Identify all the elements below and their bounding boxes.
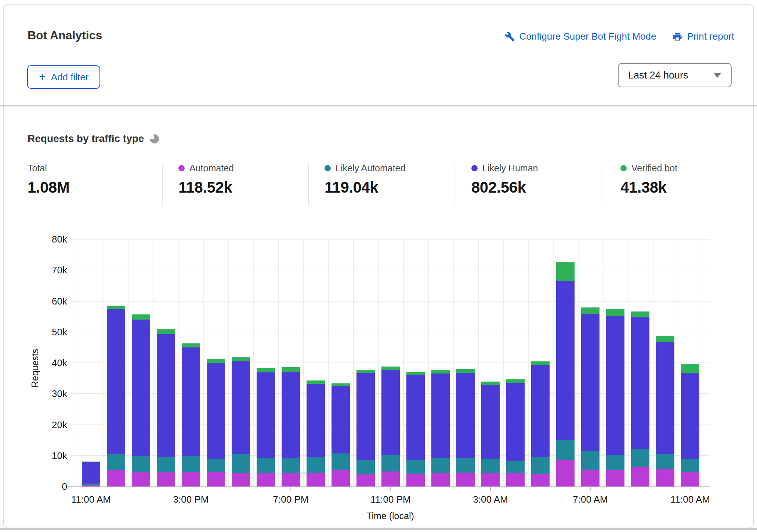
segment-verified-bot: [581, 307, 600, 314]
plus-icon: +: [39, 71, 46, 83]
v-gridline: [328, 239, 329, 487]
bar-4-00-pm[interactable]: [207, 359, 225, 487]
bar-11-00-am[interactable]: [82, 462, 100, 487]
y-tick-label: 60k: [30, 295, 67, 307]
bar-8-00-am[interactable]: [606, 309, 624, 487]
segment-likely-human: [182, 347, 200, 456]
stat-total[interactable]: Total1.08M: [28, 163, 69, 207]
y-tick-label: 80k: [30, 234, 67, 245]
v-gridline: [453, 239, 454, 487]
bar-1-00-pm[interactable]: [132, 314, 150, 487]
v-gridline: [303, 239, 304, 487]
y-tick-label: 30k: [30, 388, 67, 400]
bar-2-00-pm[interactable]: [157, 329, 175, 487]
v-gridline: [178, 239, 179, 487]
segment-likely-human: [307, 384, 325, 457]
x-tick-label: 3:00 PM: [151, 494, 231, 505]
segment-likely-human: [481, 385, 500, 459]
stat-likely-automated[interactable]: Likely Automated119.04k: [325, 163, 405, 207]
bar-10-00-pm[interactable]: [356, 370, 375, 487]
x-tick-mark: [191, 487, 191, 491]
stat-label: Likely Automated: [325, 163, 405, 174]
segment-verified-bot: [132, 314, 150, 320]
v-gridline: [428, 239, 429, 487]
stat-value: 1.08M: [28, 179, 69, 196]
x-tick-mark: [390, 487, 391, 491]
v-gridline: [603, 239, 604, 487]
segment-likely-automated: [656, 454, 674, 469]
v-gridline: [703, 239, 703, 487]
bar-9-00-pm[interactable]: [332, 383, 350, 487]
print-report-link[interactable]: Print report: [672, 31, 734, 42]
v-gridline: [653, 239, 653, 487]
configure-super-bot-fight-mode-link[interactable]: Configure Super Bot Fight Mode: [505, 31, 656, 42]
segment-likely-automated: [282, 458, 300, 473]
segment-automated: [182, 472, 200, 487]
segment-automated: [257, 473, 275, 487]
bar-9-00-am[interactable]: [631, 311, 649, 487]
bar-8-00-pm[interactable]: [307, 380, 325, 487]
h-gridline: [71, 301, 710, 302]
stat-verified-bot[interactable]: Verified bot41.38k: [620, 163, 677, 207]
segment-automated: [207, 472, 225, 487]
bar-3-00-am[interactable]: [481, 382, 500, 487]
stat-likely-human[interactable]: Likely Human802.56k: [471, 163, 538, 207]
bar-12-00-am[interactable]: [406, 372, 425, 487]
bar-6-00-am[interactable]: [556, 262, 575, 487]
bar-1-00-am[interactable]: [431, 370, 450, 487]
v-gridline: [628, 239, 629, 487]
segment-likely-human: [381, 370, 400, 455]
bar-4-00-am[interactable]: [506, 379, 525, 487]
segment-likely-automated: [356, 460, 375, 474]
h-gridline: [71, 270, 710, 270]
bar-11-00-pm[interactable]: [381, 367, 400, 487]
segment-likely-human: [282, 372, 300, 458]
v-gridline: [503, 239, 504, 487]
bar-5-00-pm[interactable]: [232, 357, 250, 487]
bar-11-00-am[interactable]: [681, 364, 699, 487]
segment-automated: [556, 460, 575, 487]
x-tick-mark: [490, 487, 491, 491]
bar-6-00-pm[interactable]: [257, 368, 275, 487]
wrench-icon: [505, 32, 515, 42]
segment-likely-human: [556, 281, 575, 440]
segment-automated: [581, 470, 600, 487]
v-gridline: [403, 239, 404, 487]
pie-chart-icon: [150, 134, 159, 143]
segment-verified-bot: [82, 462, 100, 463]
bar-7-00-am[interactable]: [581, 307, 600, 487]
time-range-dropdown[interactable]: Last 24 hours: [618, 63, 732, 87]
segment-automated: [456, 473, 475, 487]
stat-automated[interactable]: Automated118.52k: [178, 163, 234, 207]
bar-2-00-am[interactable]: [456, 369, 475, 487]
segment-likely-automated: [82, 484, 100, 485]
stat-label: Automated: [178, 163, 234, 174]
segment-automated: [681, 472, 699, 487]
segment-likely-automated: [456, 458, 475, 473]
y-tick-label: 40k: [30, 357, 67, 369]
bar-5-00-am[interactable]: [531, 361, 550, 487]
bar-3-00-pm[interactable]: [182, 343, 200, 487]
segment-verified-bot: [531, 361, 550, 365]
stat-label: Total: [28, 163, 69, 174]
bar-7-00-pm[interactable]: [282, 367, 300, 487]
v-gridline: [104, 239, 104, 487]
segment-automated: [506, 473, 525, 487]
add-filter-button[interactable]: + Add filter: [27, 65, 100, 89]
segment-automated: [481, 473, 500, 487]
segment-verified-bot: [606, 309, 624, 316]
segment-likely-human: [631, 317, 649, 449]
stat-column-divider: [601, 164, 601, 206]
segment-likely-automated: [631, 449, 649, 467]
segment-verified-bot: [107, 306, 125, 309]
segment-likely-human: [406, 375, 425, 460]
stat-value: 41.38k: [620, 179, 677, 196]
stat-value: 118.52k: [178, 179, 234, 196]
bar-12-00-pm[interactable]: [107, 306, 125, 487]
x-tick-mark: [590, 487, 591, 491]
segment-likely-human: [132, 320, 150, 456]
bar-10-00-am[interactable]: [656, 336, 674, 487]
x-tick-mark: [290, 487, 291, 491]
segment-likely-human: [456, 373, 475, 458]
segment-verified-bot: [332, 383, 350, 386]
